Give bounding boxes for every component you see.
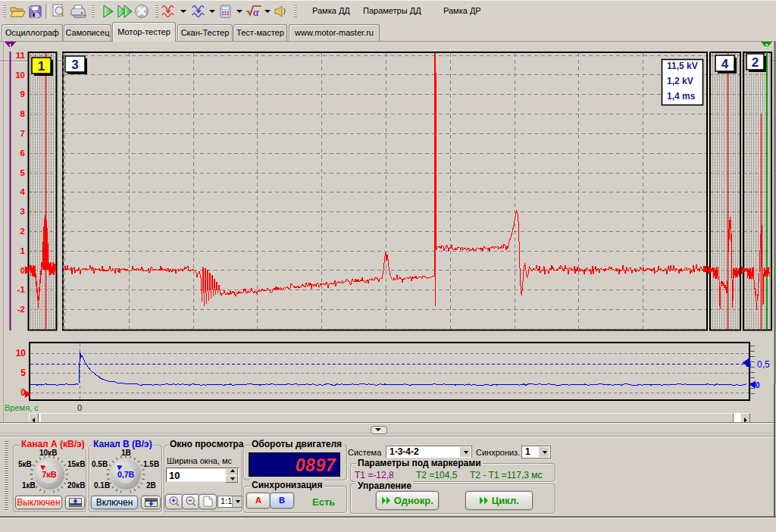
- svg-text:0,7В: 0,7В: [117, 470, 135, 479]
- svg-text:1: 1: [8, 42, 12, 49]
- svg-text:0,5: 0,5: [757, 359, 770, 370]
- svg-text:-2: -2: [17, 305, 25, 314]
- svg-text:4: 4: [721, 57, 729, 71]
- svg-text:1,2 kV: 1,2 kV: [667, 76, 693, 86]
- svg-text:3: 3: [20, 207, 25, 216]
- svg-text:B: B: [746, 360, 751, 368]
- svg-text:11: 11: [16, 51, 26, 60]
- svg-text:1,4 ms: 1,4 ms: [667, 91, 696, 102]
- svg-text:2: 2: [20, 227, 25, 236]
- svg-text:6: 6: [20, 149, 25, 158]
- svg-text:1: 1: [38, 59, 45, 74]
- svg-text:5: 5: [20, 368, 26, 378]
- svg-text:0: 0: [756, 381, 760, 390]
- svg-text:4: 4: [20, 187, 26, 196]
- svg-text:3: 3: [71, 58, 78, 72]
- svg-text:8: 8: [20, 109, 26, 118]
- svg-text:0: 0: [20, 266, 25, 275]
- svg-text:11,5 kV: 11,5 kV: [667, 61, 698, 71]
- svg-text:7кВ: 7кВ: [42, 470, 57, 479]
- svg-text:7: 7: [20, 129, 25, 138]
- svg-text:10: 10: [16, 348, 27, 358]
- svg-text:α: α: [253, 7, 259, 17]
- svg-text:2: 2: [765, 42, 768, 49]
- svg-text:1: 1: [20, 246, 26, 255]
- svg-text:5: 5: [20, 168, 26, 177]
- svg-text:10: 10: [15, 70, 25, 80]
- svg-text:0: 0: [77, 403, 82, 412]
- svg-text:2: 2: [752, 55, 759, 70]
- svg-text:9: 9: [20, 89, 25, 99]
- svg-text:-1: -1: [17, 285, 26, 294]
- svg-text:Время, с: Время, с: [5, 403, 39, 412]
